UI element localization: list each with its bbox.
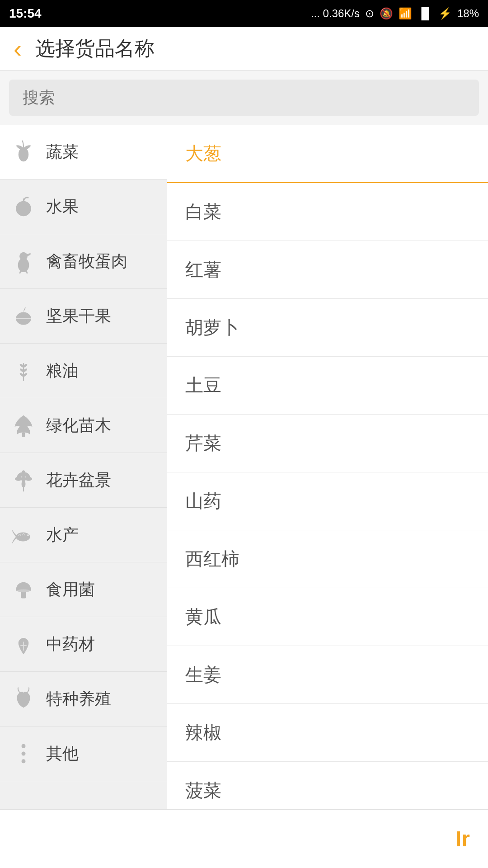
category-label-poultry: 禽畜牧蛋肉	[46, 250, 127, 273]
item-row-qincai[interactable]: 芹菜	[167, 415, 488, 472]
special-icon	[9, 684, 38, 713]
item-row-huluobo[interactable]: 胡萝卜	[167, 299, 488, 357]
search-input[interactable]	[9, 80, 479, 116]
back-button[interactable]: ‹	[14, 37, 22, 61]
category-label-plants: 绿化苗木	[46, 415, 111, 437]
category-label-flowers: 花卉盆景	[46, 469, 111, 491]
category-item-mushroom[interactable]: 食用菌	[0, 562, 167, 617]
chicken-icon	[9, 247, 38, 276]
category-label-special: 特种养殖	[46, 688, 111, 710]
category-item-grain[interactable]: 粮油	[0, 344, 167, 398]
svg-point-10	[22, 481, 26, 488]
item-label-bocai: 菠菜	[185, 778, 221, 803]
nut-icon	[9, 302, 38, 330]
battery-level: 18%	[457, 7, 479, 20]
item-label-tudou: 土豆	[185, 373, 221, 398]
category-item-poultry[interactable]: 禽畜牧蛋肉	[0, 234, 167, 289]
category-label-medicine: 中药材	[46, 633, 95, 656]
content-area: 蔬菜 水果	[0, 125, 488, 868]
category-item-medicine[interactable]: 中药材	[0, 617, 167, 672]
mute-icon: 🔕	[380, 7, 393, 20]
item-list: 大葱 白菜 红薯 胡萝卜 土豆 芹菜 山药 西红柿 黄瓜 生姜	[167, 125, 488, 868]
item-label-lajiao: 辣椒	[185, 720, 221, 745]
category-item-special[interactable]: 特种养殖	[0, 672, 167, 726]
svg-point-19	[17, 589, 30, 592]
status-time: 15:54	[9, 6, 42, 21]
item-row-lajiao[interactable]: 辣椒	[167, 704, 488, 762]
category-label-other: 其他	[46, 743, 79, 765]
svg-rect-7	[22, 433, 25, 437]
item-row-tudou[interactable]: 土豆	[167, 357, 488, 415]
item-row-xihongshi[interactable]: 西红柿	[167, 530, 488, 588]
page-title: 选择货品名称	[35, 35, 155, 62]
svg-point-1	[16, 201, 31, 217]
category-item-vegetables[interactable]: 蔬菜	[0, 125, 167, 179]
item-row-shanyao[interactable]: 山药	[167, 472, 488, 530]
category-item-nuts[interactable]: 坚果干果	[0, 289, 167, 344]
charging-icon: ⚡	[438, 7, 452, 20]
item-label-huluobo: 胡萝卜	[185, 315, 239, 340]
tree-icon	[9, 411, 38, 440]
category-item-other[interactable]: 其他	[0, 726, 167, 781]
grain-icon	[9, 356, 38, 385]
category-item-seafood[interactable]: 水产	[0, 508, 167, 562]
category-label-vegetables: 蔬菜	[46, 141, 79, 163]
bottom-bar: Ir	[0, 809, 488, 868]
medicine-icon	[9, 630, 38, 659]
category-item-fruits[interactable]: 水果	[0, 179, 167, 234]
item-label-xihongshi: 西红柿	[185, 547, 239, 571]
item-label-shengjiang: 生姜	[185, 662, 221, 687]
item-label-hongshu: 红薯	[185, 257, 221, 282]
category-list: 蔬菜 水果	[0, 125, 167, 868]
alarm-icon: ⊙	[365, 7, 374, 20]
signal-icon: ▐▌	[418, 7, 433, 20]
svg-point-4	[19, 252, 28, 260]
search-container	[0, 71, 488, 125]
svg-point-22	[22, 744, 26, 748]
category-label-fruits: 水果	[46, 196, 79, 218]
other-icon	[9, 739, 38, 768]
item-label-baicai: 白菜	[185, 199, 221, 224]
flower-icon	[9, 466, 38, 495]
svg-point-24	[22, 759, 26, 763]
category-label-seafood: 水产	[46, 524, 79, 546]
confirm-button[interactable]: Ir	[455, 826, 470, 851]
item-label-dacong: 大葱	[185, 141, 221, 166]
wifi-icon: 📶	[399, 7, 412, 20]
item-label-huanggua: 黄瓜	[185, 604, 221, 629]
header: ‹ 选择货品名称	[0, 27, 488, 71]
seafood-icon	[9, 520, 38, 549]
mushroom-icon	[9, 575, 38, 604]
network-speed: ... 0.36K/s	[311, 7, 360, 20]
status-right: ... 0.36K/s ⊙ 🔕 📶 ▐▌ ⚡ 18%	[311, 7, 479, 20]
category-item-flowers[interactable]: 花卉盆景	[0, 453, 167, 508]
svg-point-17	[27, 534, 29, 536]
item-label-qincai: 芹菜	[185, 431, 221, 456]
vegetable-icon	[9, 137, 38, 166]
category-label-mushroom: 食用菌	[46, 579, 95, 601]
item-row-baicai[interactable]: 白菜	[167, 183, 488, 241]
item-row-shengjiang[interactable]: 生姜	[167, 646, 488, 704]
svg-point-23	[22, 752, 26, 756]
status-bar: 15:54 ... 0.36K/s ⊙ 🔕 📶 ▐▌ ⚡ 18%	[0, 0, 488, 27]
category-label-grain: 粮油	[46, 360, 79, 382]
category-item-plants[interactable]: 绿化苗木	[0, 398, 167, 453]
item-row-huanggua[interactable]: 黄瓜	[167, 588, 488, 646]
item-row-hongshu[interactable]: 红薯	[167, 241, 488, 299]
fruit-icon	[9, 192, 38, 221]
category-label-nuts: 坚果干果	[46, 305, 111, 327]
item-row-dacong[interactable]: 大葱	[167, 125, 488, 183]
item-label-shanyao: 山药	[185, 489, 221, 514]
